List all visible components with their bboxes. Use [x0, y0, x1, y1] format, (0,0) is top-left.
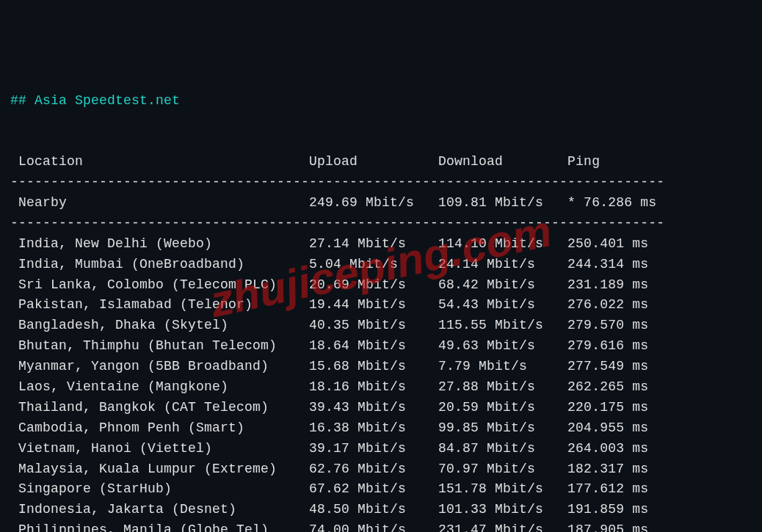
section-title: ## Asia Speedtest.net [10, 93, 180, 108]
speedtest-output: Location Upload Download Ping ----------… [10, 131, 752, 532]
